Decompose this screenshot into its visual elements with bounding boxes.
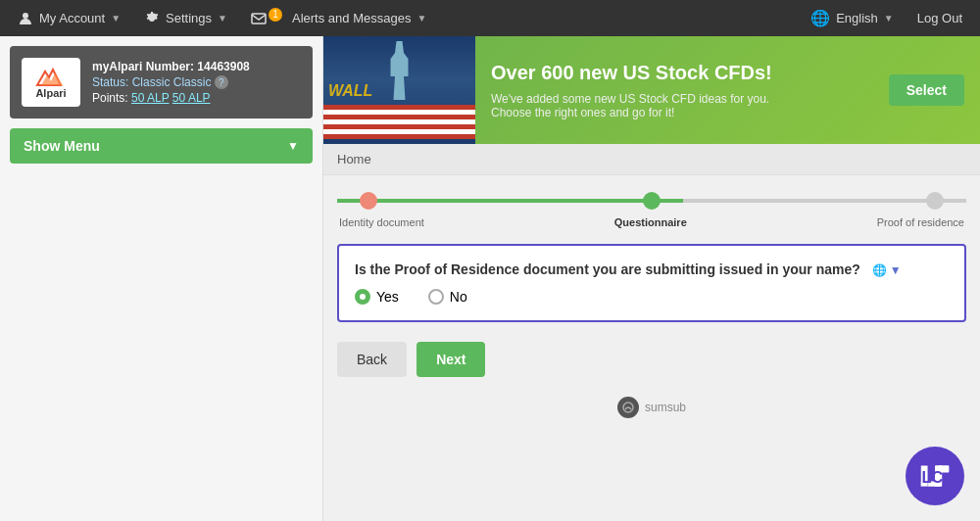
profile-points: Points: 50 ALP 50 ALP: [92, 91, 250, 105]
banner-text: Over 600 new US Stock CFDs! We've added …: [475, 46, 889, 135]
alerts-menu[interactable]: 1 Alerts and Messages ▼: [241, 0, 436, 36]
banner-subtitle-1: We've added some new US Stock CFD ideas …: [491, 92, 873, 106]
yes-radio[interactable]: [355, 289, 370, 305]
svg-rect-1: [252, 14, 266, 24]
step-1-dot: [360, 192, 377, 210]
my-account-menu[interactable]: My Account ▼: [8, 0, 130, 36]
mail-icon: [251, 11, 267, 26]
yes-option[interactable]: Yes: [355, 289, 399, 305]
right-content: WALL Over 600 new US Stock CFDs! We've a…: [323, 36, 980, 521]
settings-menu[interactable]: Settings ▼: [134, 0, 237, 36]
show-menu-button[interactable]: Show Menu ▼: [10, 128, 313, 164]
main-content: Alpari myAlpari Number: 14463908 Status:…: [0, 36, 980, 521]
alpari-mountain-icon: [33, 66, 69, 87]
progress-bar: [337, 191, 966, 211]
progress-steps: Identity document Questionnaire Proof of…: [323, 175, 980, 236]
lc-icon: LC: [917, 458, 953, 494]
yes-label: Yes: [376, 289, 399, 305]
top-navigation: My Account ▼ Settings ▼ 1 Alerts and Mes…: [0, 0, 980, 36]
gear-icon: [144, 11, 160, 26]
svg-text:LC: LC: [922, 468, 944, 486]
status-value-text: Classic: [173, 75, 212, 89]
action-buttons: Back Next: [323, 330, 980, 389]
banner-title: Over 600 new US Stock CFDs!: [491, 62, 873, 84]
alerts-caret: ▼: [416, 13, 426, 24]
step-2-dot: [643, 192, 661, 210]
translate-chevron: ▼: [890, 263, 902, 277]
back-button[interactable]: Back: [337, 342, 407, 377]
account-caret: ▼: [111, 13, 121, 24]
no-radio[interactable]: [428, 289, 444, 305]
no-label: No: [450, 289, 467, 305]
globe-icon: 🌐: [810, 9, 830, 27]
language-caret: ▼: [884, 13, 894, 24]
alpari-text: Alpari: [35, 87, 66, 99]
sidebar: Alpari myAlpari Number: 14463908 Status:…: [0, 36, 323, 521]
svg-point-0: [23, 13, 28, 19]
alert-badge: 1: [269, 8, 282, 22]
points-label: Points:: [92, 91, 128, 105]
alerts-label: Alerts and Messages: [292, 11, 411, 25]
banner-image: WALL: [323, 36, 475, 144]
sumsub-text: sumsub: [645, 401, 686, 414]
sumsub-icon: [621, 401, 635, 414]
progress-fill: [337, 199, 683, 203]
breadcrumb: Home: [323, 144, 980, 175]
profile-card: Alpari myAlpari Number: 14463908 Status:…: [10, 46, 313, 118]
settings-caret: ▼: [218, 13, 227, 24]
status-label: Status:: [92, 75, 128, 89]
logout-label: Log Out: [917, 11, 962, 25]
alpari-logo: Alpari: [22, 58, 80, 107]
profile-status: Status: Classic Classic ?: [92, 75, 250, 90]
user-icon: [18, 11, 33, 26]
profile-info: myAlpari Number: 14463908 Status: Classi…: [92, 60, 250, 106]
points-value-text[interactable]: 50 ALP: [172, 91, 211, 105]
step-labels: Identity document Questionnaire Proof of…: [337, 216, 966, 228]
question-text: Is the Proof of Residence document you a…: [355, 261, 949, 277]
radio-options: Yes No: [355, 289, 949, 305]
info-icon[interactable]: ?: [215, 75, 228, 89]
question-box: Is the Proof of Residence document you a…: [337, 244, 966, 322]
question-content: Is the Proof of Residence document you a…: [355, 261, 860, 277]
sumsub-logo: [617, 397, 639, 418]
myalpari-number: myAlpari Number: 14463908: [92, 60, 250, 73]
select-button[interactable]: Select: [889, 74, 964, 106]
globe-translate-icon: 🌐: [872, 263, 887, 277]
lc-badge[interactable]: LC: [906, 447, 964, 505]
show-menu-label: Show Menu: [24, 138, 100, 154]
promotional-banner: WALL Over 600 new US Stock CFDs! We've a…: [323, 36, 980, 144]
my-account-label: My Account: [39, 11, 105, 25]
settings-label: Settings: [166, 11, 212, 25]
home-breadcrumb[interactable]: Home: [337, 152, 371, 166]
footer: sumsub: [323, 389, 980, 426]
next-button[interactable]: Next: [416, 342, 485, 377]
logout-button[interactable]: Log Out: [907, 0, 972, 36]
chevron-down-icon: ▼: [287, 139, 299, 153]
svg-marker-3: [41, 73, 63, 85]
no-option[interactable]: No: [428, 289, 467, 305]
step-3-label: Proof of residence: [877, 216, 964, 228]
step-2-label: Questionnaire: [614, 216, 687, 228]
step-3-dot: [926, 192, 944, 210]
language-label: English: [836, 11, 878, 25]
points-value[interactable]: 50 ALP: [131, 91, 169, 105]
language-menu[interactable]: 🌐 English ▼: [801, 0, 904, 36]
step-1-label: Identity document: [339, 216, 424, 228]
banner-subtitle-2: Choose the right ones and go for it!: [491, 106, 873, 119]
translate-button[interactable]: 🌐 ▼: [872, 263, 902, 277]
status-value: Classic: [132, 75, 171, 89]
